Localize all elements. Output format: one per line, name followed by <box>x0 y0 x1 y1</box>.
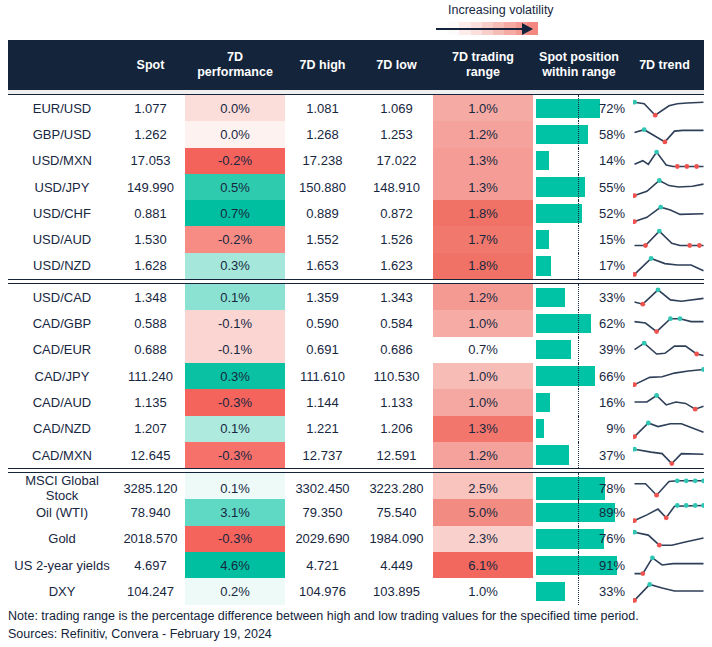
spot-value: 0.588 <box>116 310 185 336</box>
position-percent: 17% <box>599 253 625 279</box>
spot-value: 1.348 <box>116 284 185 310</box>
table-row: USD/NZD 1.628 0.3% 1.653 1.623 1.8% 17% <box>8 253 704 279</box>
spot-position-cell: 66% <box>533 363 625 389</box>
position-bar <box>536 99 600 118</box>
performance-cell: 4.6% <box>185 552 285 578</box>
performance-cell: 3.1% <box>185 499 285 525</box>
spot-position-cell: 37% <box>533 442 625 468</box>
midpoint-dotted-line <box>578 121 579 147</box>
high-value: 1.653 <box>285 253 360 279</box>
spot-position-cell: 52% <box>533 200 625 226</box>
table-row: CAD/GBP 0.588 -0.1% 0.590 0.584 1.0% 62% <box>8 310 704 336</box>
table-row: Oil (WTI) 78.940 3.1% 79.350 75.540 5.0%… <box>8 499 704 525</box>
position-bar <box>536 393 550 412</box>
spot-value: 0.881 <box>116 200 185 226</box>
spot-position-cell: 76% <box>533 526 625 552</box>
row-label: GBP/USD <box>8 121 116 147</box>
arrow-line <box>436 28 526 30</box>
position-percent: 58% <box>599 121 625 147</box>
trading-range-cell: 1.0% <box>433 389 533 415</box>
trend-sparkline <box>625 148 704 174</box>
position-percent: 14% <box>599 148 625 174</box>
spot-value: 1.207 <box>116 416 185 442</box>
currency-block-cad-pairs: USD/CAD 1.348 0.1% 1.359 1.343 1.2% 33% … <box>8 283 704 469</box>
trend-sparkline <box>625 416 704 442</box>
midpoint-dotted-line <box>578 416 579 442</box>
midpoint-dotted-line <box>578 284 579 310</box>
column-header-trend: 7D trend <box>625 58 704 73</box>
midpoint-dotted-line <box>578 389 579 415</box>
data-table: Spot 7D performance 7D high 7D low 7D tr… <box>8 40 704 605</box>
high-value: 2029.690 <box>285 526 360 552</box>
row-label: CAD/NZD <box>8 416 116 442</box>
midpoint-dotted-line <box>578 363 579 389</box>
position-bar <box>536 477 605 500</box>
row-label: CAD/MXN <box>8 442 116 468</box>
trading-range-cell: 5.0% <box>433 499 533 525</box>
position-bar <box>536 529 604 548</box>
high-value: 1.081 <box>285 95 360 121</box>
trend-sparkline <box>625 526 704 552</box>
volatility-legend: Increasing volatility <box>448 3 554 35</box>
position-bar <box>536 366 595 385</box>
table-row: CAD/NZD 1.207 0.1% 1.221 1.206 1.3% 9% <box>8 416 704 442</box>
row-label: DXY <box>8 578 116 604</box>
high-value: 1.359 <box>285 284 360 310</box>
high-value: 1.221 <box>285 416 360 442</box>
performance-cell: -0.2% <box>185 226 285 252</box>
high-value: 1.268 <box>285 121 360 147</box>
position-percent: 72% <box>599 95 625 121</box>
position-percent: 9% <box>606 416 625 442</box>
spot-position-cell: 9% <box>533 416 625 442</box>
trend-sparkline <box>625 121 704 147</box>
performance-cell: 0.0% <box>185 95 285 121</box>
high-value: 17.238 <box>285 148 360 174</box>
trading-range-cell: 1.3% <box>433 174 533 200</box>
high-value: 111.610 <box>285 363 360 389</box>
row-label: USD/NZD <box>8 253 116 279</box>
position-percent: 37% <box>599 442 625 468</box>
spot-value: 2018.570 <box>116 526 185 552</box>
spot-position-cell: 55% <box>533 174 625 200</box>
midpoint-dotted-line <box>578 253 579 279</box>
row-label: CAD/AUD <box>8 389 116 415</box>
position-percent: 16% <box>599 389 625 415</box>
position-percent: 33% <box>599 578 625 604</box>
table-row: EUR/USD 1.077 0.0% 1.081 1.069 1.0% 72% <box>8 95 704 121</box>
position-bar <box>536 230 549 249</box>
spot-value: 1.530 <box>116 226 185 252</box>
row-label: USD/JPY <box>8 174 116 200</box>
low-value: 110.530 <box>360 363 433 389</box>
arrow-head-icon <box>522 23 533 35</box>
performance-cell: 0.2% <box>185 578 285 604</box>
spot-position-cell: 33% <box>533 284 625 310</box>
high-value: 4.721 <box>285 552 360 578</box>
table-row: CAD/JPY 111.240 0.3% 111.610 110.530 1.0… <box>8 363 704 389</box>
trading-range-cell: 6.1% <box>433 552 533 578</box>
midpoint-dotted-line <box>578 578 579 604</box>
low-value: 1.253 <box>360 121 433 147</box>
spot-value: 104.247 <box>116 578 185 604</box>
trend-sparkline <box>625 442 704 468</box>
table-row: GBP/USD 1.262 0.0% 1.268 1.253 1.2% 58% <box>8 121 704 147</box>
column-header-low: 7D low <box>360 58 433 73</box>
trend-sparkline <box>625 253 704 279</box>
position-percent: 89% <box>599 499 625 525</box>
position-percent: 55% <box>599 174 625 200</box>
high-value: 0.889 <box>285 200 360 226</box>
spot-value: 1.077 <box>116 95 185 121</box>
spot-value: 17.053 <box>116 148 185 174</box>
footnote: Note: trading range is the percentage di… <box>8 609 639 623</box>
currency-block-usd-pairs: EUR/USD 1.077 0.0% 1.081 1.069 1.0% 72% … <box>8 94 704 280</box>
trend-sparkline <box>625 389 704 415</box>
low-value: 0.584 <box>360 310 433 336</box>
midpoint-dotted-line <box>578 95 579 121</box>
position-bar <box>536 256 551 275</box>
row-label: USD/MXN <box>8 148 116 174</box>
position-bar <box>536 419 544 438</box>
position-bar <box>536 582 565 601</box>
spot-value: 78.940 <box>116 499 185 525</box>
midpoint-dotted-line <box>578 526 579 552</box>
trading-range-cell: 1.7% <box>433 226 533 252</box>
performance-cell: 0.1% <box>185 284 285 310</box>
